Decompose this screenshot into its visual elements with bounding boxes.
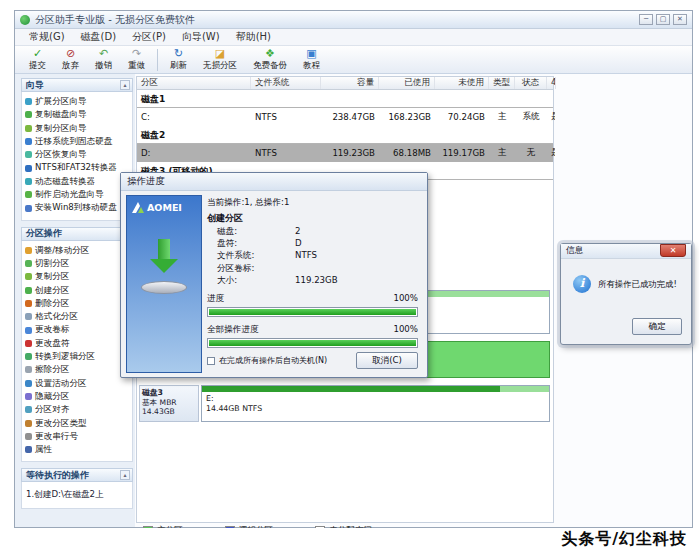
window-controls: ─ ▢ ✕	[639, 14, 687, 25]
wizard-icon	[25, 111, 32, 118]
toolbar-separator	[157, 49, 158, 71]
op-icon	[25, 260, 32, 267]
sidebar-item-bootable-cd-wizard[interactable]: 制作启动光盘向导	[25, 188, 131, 201]
sidebar-item-copy-disk-wizard[interactable]: 复制磁盘向导	[25, 108, 131, 121]
shutdown-checkbox[interactable]	[207, 357, 215, 365]
maximize-button[interactable]: ▢	[656, 14, 670, 25]
sidebar-item-properties[interactable]: 属性	[25, 443, 131, 456]
wizard-icon	[25, 98, 32, 105]
tutorial-button[interactable]: ▣ 教程	[295, 48, 328, 72]
wizards-list: 扩展分区向导 复制磁盘向导 复制分区向导 迁移系统到固态硬盘 分区恢复向导 NT…	[21, 92, 133, 221]
sidebar-item-dynamic-disk-converter[interactable]: 动态磁盘转换器	[25, 175, 131, 188]
sidebar-item-resize-move[interactable]: 调整/移动分区	[25, 244, 131, 257]
redo-button[interactable]: ↷ 重做	[120, 48, 153, 72]
op-icon	[25, 300, 32, 307]
letter-value: D	[295, 237, 302, 249]
sidebar-item-copy-partition-wizard[interactable]: 复制分区向导	[25, 122, 131, 135]
free-backup-button[interactable]: ❖ 免费备份	[245, 48, 295, 72]
op-icon	[25, 393, 32, 400]
menu-wizard[interactable]: 向导(W)	[174, 29, 228, 45]
menu-disk[interactable]: 磁盘(D)	[73, 29, 125, 45]
op-icon	[25, 313, 32, 320]
sidebar-item-change-drive-letter[interactable]: 更改盘符	[25, 337, 131, 350]
sidebar-item-split-partition[interactable]: 切割分区	[25, 257, 131, 270]
sidebar-item-copy-partition[interactable]: 复制分区	[25, 270, 131, 283]
disk3-partition-block[interactable]: E: 14.44GB NTFS	[201, 385, 550, 422]
sidebar-item-partition-recovery[interactable]: 分区恢复向导	[25, 148, 131, 161]
sidebar-item-set-active[interactable]: 设置活动分区	[25, 377, 131, 390]
refresh-button[interactable]: ↻ 刷新	[162, 48, 195, 72]
disk3-info-box: 磁盘3 基本 MBR 14.43GB	[139, 385, 199, 422]
watermark-banner: 头条号/幻尘科技	[0, 528, 699, 550]
disk2-group-header: 磁盘2	[137, 129, 553, 144]
op-icon	[25, 446, 32, 453]
sidebar-item-change-partition-type[interactable]: 更改分区类型	[25, 417, 131, 430]
menu-help[interactable]: 帮助(H)	[228, 29, 279, 45]
col-unused: 未使用	[435, 77, 489, 89]
dialog-title-bar[interactable]: 操作进度	[121, 173, 427, 191]
undo-button[interactable]: ↶ 撤销	[87, 48, 120, 72]
col-status: 状态	[515, 77, 547, 89]
cancel-button[interactable]: 取消(C)	[356, 352, 418, 369]
col-4k-aligned: 4K对齐	[547, 77, 556, 89]
filesystem-value: NTFS	[295, 249, 317, 261]
progress-bar-current	[207, 307, 418, 317]
menu-partition[interactable]: 分区(P)	[124, 29, 174, 45]
collapse-icon[interactable]: ▴	[120, 80, 130, 90]
table-row-c-drive[interactable]: C: NTFS 238.47GB 168.23GB 70.24GB 主 系统 是	[137, 108, 553, 126]
sidebar-item-delete-partition[interactable]: 删除分区	[25, 297, 131, 310]
sidebar-item-format-partition[interactable]: 格式化分区	[25, 310, 131, 323]
disk3-size: 14.43GB	[142, 407, 175, 416]
menu-general[interactable]: 常规(G)	[21, 29, 73, 45]
free-backup-icon: ❖	[265, 48, 275, 60]
progress-bar1-percent: 100%	[393, 293, 418, 305]
op-icon	[25, 433, 32, 440]
progress-bar1-label: 进度	[207, 293, 224, 305]
green-arrow-icon	[149, 239, 179, 273]
undo-icon: ↶	[99, 48, 108, 60]
disk3-name: 磁盘3	[142, 388, 163, 397]
tutorial-icon: ▣	[306, 48, 316, 60]
disk3-partition-letter: E:	[206, 394, 214, 403]
sidebar-item-change-label[interactable]: 更改卷标	[25, 323, 131, 336]
wizard-icon	[25, 165, 32, 172]
operation-name: 创建分区	[207, 212, 418, 225]
ok-button[interactable]: 确定	[632, 318, 682, 335]
info-message-box: 信息 ✕ i 所有操作已成功完成! 确定	[560, 243, 692, 345]
lossless-partition-button[interactable]: ◪ 无损分区	[195, 48, 245, 72]
sidebar-item-hide-partition[interactable]: 隐藏分区	[25, 390, 131, 403]
op-icon	[25, 406, 32, 413]
op-icon	[25, 420, 32, 427]
table-header: 分区 文件系统 容量 已使用 未使用 类型 状态 4K对齐	[137, 77, 553, 90]
redo-icon: ↷	[132, 48, 141, 60]
wizard-icon	[25, 125, 32, 132]
sidebar-item-win8-to-go[interactable]: 安装Win8到移动硬盘	[25, 201, 131, 214]
sidebar-item-convert-to-logical[interactable]: 转换到逻辑分区	[25, 350, 131, 363]
msgbox-close-button[interactable]: ✕	[660, 244, 686, 257]
discard-button[interactable]: ⊘ 放弃	[54, 48, 87, 72]
op-icon	[25, 287, 32, 294]
collapse-icon[interactable]: ▴	[120, 470, 130, 480]
commit-button[interactable]: ✓ 提交	[21, 48, 54, 72]
info-icon: i	[573, 275, 591, 293]
minimize-button[interactable]: ─	[639, 14, 653, 25]
partition-ops-section-header[interactable]: 分区操作	[21, 227, 133, 241]
sidebar-item-change-serial[interactable]: 更改串行号	[25, 430, 131, 443]
window-title: 分区助手专业版 - 无损分区免费软件	[35, 13, 195, 27]
sidebar-item-extend-partition-wizard[interactable]: 扩展分区向导	[25, 95, 131, 108]
size-value: 119.23GB	[295, 274, 338, 286]
close-button[interactable]: ✕	[673, 14, 687, 25]
sidebar-item-migrate-os-ssd[interactable]: 迁移系统到固态硬盘	[25, 135, 131, 148]
wizards-section-header[interactable]: 向导 ▴	[21, 78, 133, 92]
pending-ops-section-header[interactable]: 等待执行的操作 ▴	[21, 468, 133, 482]
title-bar[interactable]: 分区助手专业版 - 无损分区免费软件 ─ ▢ ✕	[15, 11, 692, 29]
table-row-d-drive-selected[interactable]: D: NTFS 119.23GB 68.18MB 119.17GB 主 无 是	[137, 144, 553, 162]
sidebar-item-create-partition[interactable]: 创建分区	[25, 284, 131, 297]
pending-operation-item[interactable]: 1.创建D:\在磁盘2上	[25, 485, 131, 503]
sidebar-item-ntfs-fat32-converter[interactable]: NTFS和FAT32转换器	[25, 161, 131, 174]
sidebar-item-partition-alignment[interactable]: 分区对齐	[25, 403, 131, 416]
sidebar-item-wipe-partition[interactable]: 擦除分区	[25, 363, 131, 376]
dialog-body: 当前操作:1, 总操作:1 创建分区 磁盘:2 盘符:D 文件系统:NTFS 分…	[207, 197, 418, 371]
menu-bar: 常规(G) 磁盘(D) 分区(P) 向导(W) 帮助(H)	[15, 29, 692, 46]
aomei-logo: AOMEI	[132, 202, 201, 213]
